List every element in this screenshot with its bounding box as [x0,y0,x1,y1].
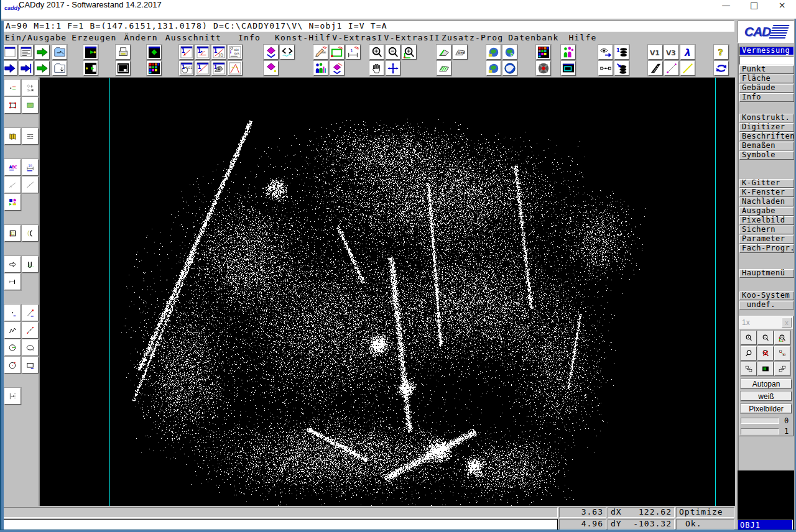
arrow-blue-right-icon[interactable] [2,61,17,76]
db-arrows-icon[interactable] [614,61,629,76]
m1-101-icon[interactable]: 1101 [179,61,194,76]
menu-item-v-extrasii[interactable]: V-ExtrasII [384,33,440,42]
globe-1-icon[interactable] [486,45,501,60]
diamond-hatch-icon[interactable] [330,61,345,76]
zoom-minus-icon[interactable] [386,45,400,60]
menu-item-info[interactable]: Info [238,33,261,42]
sidebar-item-punkt[interactable]: Punkt [739,65,794,74]
sidebar-item-fl-che[interactable]: Fläche [739,75,794,83]
rect-red-icon[interactable] [4,97,21,114]
abc-icon[interactable]: ABC [4,159,21,176]
zoom-plus-icon[interactable] [369,45,384,60]
m1-diag-icon[interactable]: 1 [195,61,210,76]
sidebar-item-fach-progr-[interactable]: Fach-Progr. [739,244,794,253]
v1-icon[interactable]: V1 [648,45,663,60]
zp-dyn-icon[interactable] [741,346,757,360]
file-list-icon[interactable] [19,45,34,60]
drawing-area[interactable] [40,77,735,507]
sidebar-item-bema-en[interactable]: Bemaßen [739,142,794,150]
link-nodes-icon[interactable] [598,61,613,76]
line-tick-icon[interactable] [4,273,21,290]
arrow-green2-icon[interactable] [35,61,50,76]
zigzag-icon[interactable] [4,322,21,339]
menu-item-konst-hilf[interactable]: Konst-Hilf [275,33,331,42]
db-one-icon[interactable]: 1 [614,45,629,60]
zoom-action-autopan[interactable]: Autopan [741,379,792,388]
printer-icon[interactable] [116,45,131,60]
point-cloud-canvas[interactable] [40,78,735,507]
zoom-panel-close-button[interactable]: x [782,318,792,328]
window-diamond-icon[interactable] [147,45,162,60]
sidebar-item-parameter[interactable]: Parameter [739,235,794,244]
shapes-icon[interactable] [4,194,21,211]
sidebar-item-sichern[interactable]: Sichern [739,226,794,234]
close-button[interactable]: × [768,0,796,19]
color-palette-icon[interactable] [147,61,162,76]
zp-win-icon[interactable] [774,331,790,345]
m1-angle-icon[interactable]: 1 [195,45,210,60]
line-dots-icon[interactable] [664,61,679,76]
circle-r-icon[interactable] [4,339,21,356]
fan-dark-icon[interactable] [536,61,551,76]
sidebar-item-koo-system[interactable]: Koo-System [739,291,794,300]
sidebar-item-blank[interactable] [739,56,794,65]
sidebar-item-info[interactable]: Info [739,93,794,102]
globe-arrow-icon[interactable] [502,45,517,60]
ellipse-icon[interactable] [22,339,39,356]
slope1-icon[interactable] [4,177,21,193]
menu-item-ausschnitt[interactable]: Ausschnitt [165,33,221,42]
m1-area-icon[interactable]: 1 [211,61,226,76]
globe-2-icon[interactable]: UL [486,61,501,76]
zoom-meter-bar[interactable] [741,428,779,434]
sidebar-item--undef-[interactable]: undef. [739,301,794,310]
dim10-icon[interactable]: 10 [22,159,39,176]
refresh-icon[interactable] [714,61,729,76]
sidebar-item-geb-ude[interactable]: Gebäude [739,84,794,93]
file-new-icon[interactable] [2,45,17,60]
ramp-green-icon[interactable] [437,45,451,60]
menu-item--ndern[interactable]: Ändern [124,33,158,42]
sidebar-item-hauptmen-[interactable]: Hauptmenü [739,269,794,278]
sidebar-item-pixelbild[interactable]: Pixelbild [739,216,794,225]
menu-item-erzeugen[interactable]: Erzeugen [72,33,116,42]
move-cross-icon[interactable] [386,61,400,76]
diamond-yellow-icon[interactable] [264,61,279,76]
diamond-blue-icon[interactable] [264,45,279,60]
window-out-icon[interactable] [83,45,98,60]
sidebar-item-konstrukt-[interactable]: Konstrukt. [739,114,794,122]
line-yellow-icon[interactable] [680,61,695,76]
arrow-green-icon[interactable] [35,45,50,60]
line-end-icon[interactable] [22,305,39,321]
plate-ax-icon[interactable]: A=x [453,45,468,60]
lambda-icon[interactable]: λ [680,45,695,60]
line-arrow-icon[interactable] [4,388,21,405]
arrows-wave-icon[interactable] [280,45,295,60]
pencil-abi-icon[interactable]: ABI [313,45,328,60]
people-colored-icon[interactable] [561,45,576,60]
menu-item-zusatz-prog[interactable]: Zusatz-Prog [442,33,503,42]
sym-set-icon[interactable] [22,80,39,96]
sidebar-item-ausgabe[interactable]: Ausgabe [739,207,794,216]
pt-icon[interactable] [4,305,21,321]
zoom-action-wei-[interactable]: weiß [741,392,792,401]
zp-right-icon[interactable] [774,362,790,376]
zoom-panel-header[interactable]: 1x x [739,316,793,329]
diag-icon[interactable] [22,322,39,339]
zp-in-icon[interactable] [741,331,757,345]
zp-pan-icon[interactable] [774,346,790,360]
screen-cyan-icon[interactable] [561,61,576,76]
zoom-action-pixelbilder[interactable]: Pixelbilder [741,404,792,413]
m1-3d-icon[interactable]: 13D [211,45,226,60]
sidebar-item-nachladen[interactable]: Nachladen [739,198,794,206]
globe-blue-icon[interactable] [502,61,517,76]
arc-icon[interactable] [22,225,39,242]
m1-lines-icon[interactable] [228,61,243,76]
u-green-icon[interactable] [22,256,39,273]
zoom-meter-bar[interactable] [741,418,779,424]
eye-arrow-icon[interactable] [598,45,613,60]
pt-attrs-icon[interactable] [4,80,21,96]
menu-item-v-extrasi[interactable]: V-ExtrasI [332,33,382,42]
circle-pts-icon[interactable] [4,357,21,374]
menu-item-ein-ausgabe[interactable]: Ein/Ausgabe [5,33,67,42]
sidebar-item-digitizer[interactable]: Digitizer [739,123,794,132]
